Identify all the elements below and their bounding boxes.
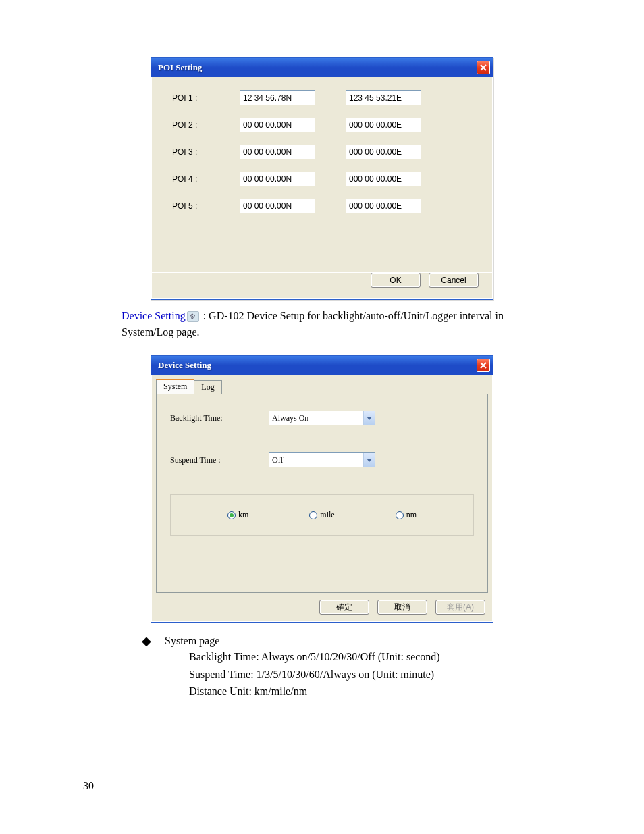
poi-row: POI 4 : (172, 172, 479, 186)
bullet-sub: Backlight Time: Always on/5/10/20/30/Off… (189, 648, 522, 666)
poi-title: POI Setting (158, 62, 202, 73)
device-setting-description: Device Setting⚙ : GD-102 Device Setup fo… (122, 308, 522, 340)
bullet-heading: System page (165, 635, 219, 647)
bullet-sublines: Backlight Time: Always on/5/10/20/30/Off… (189, 648, 522, 700)
diamond-icon: ◆ (142, 635, 151, 647)
poi-row: POI 2 : (172, 118, 479, 132)
radio-mile-label: mile (320, 510, 334, 520)
poi-footer: OK Cancel (151, 273, 493, 299)
cancel-button[interactable]: 取消 (377, 600, 427, 615)
tabs-area: System Log Backlight Time: Always On Sus… (151, 375, 493, 593)
poi-lat-input[interactable] (240, 118, 315, 132)
poi-lat-input[interactable] (240, 145, 315, 159)
gear-icon: ⚙ (187, 311, 199, 322)
suspend-dropdown[interactable]: Off (269, 452, 375, 467)
poi-row: POI 5 : (172, 199, 479, 213)
radio-mile[interactable]: mile (309, 510, 334, 520)
poi-lon-input[interactable] (346, 199, 421, 213)
poi-body: POI 1 : POI 2 : POI 3 : POI 4 : POI 5 : (151, 77, 493, 273)
page-number: 30 (83, 780, 94, 792)
tab-panel-system: Backlight Time: Always On Suspend Time :… (156, 394, 488, 593)
backlight-label: Backlight Time: (170, 413, 269, 423)
poi-lat-input[interactable] (240, 199, 315, 213)
poi-lon-input[interactable] (346, 118, 421, 132)
poi-titlebar: POI Setting (151, 58, 493, 77)
tab-system[interactable]: System (156, 379, 194, 394)
chevron-down-icon (363, 453, 375, 467)
backlight-value: Always On (272, 413, 308, 423)
poi-setting-dialog: POI Setting POI 1 : POI 2 : POI 3 : (151, 57, 493, 300)
distance-unit-group: km mile nm (170, 494, 474, 536)
close-icon[interactable] (477, 61, 490, 74)
device-setting-dialog: Device Setting System Log Backlight Time… (151, 355, 493, 623)
cancel-button[interactable]: Cancel (429, 273, 479, 288)
radio-nm[interactable]: nm (396, 510, 417, 520)
backlight-dropdown[interactable]: Always On (269, 411, 375, 425)
device-title: Device Setting (158, 360, 211, 371)
suspend-label: Suspend Time : (170, 455, 269, 465)
poi-label: POI 1 : (172, 93, 240, 103)
device-titlebar: Device Setting (151, 356, 493, 375)
poi-row: POI 3 : (172, 145, 479, 159)
chevron-down-icon (363, 411, 375, 425)
poi-lat-input[interactable] (240, 90, 315, 105)
tab-log[interactable]: Log (194, 380, 221, 394)
system-page-bullet: ◆ System page Backlight Time: Always on/… (142, 635, 522, 700)
radio-icon (227, 511, 236, 519)
poi-lat-input[interactable] (240, 172, 315, 186)
poi-label: POI 2 : (172, 120, 240, 130)
bullet-line: ◆ System page (142, 635, 522, 647)
poi-lon-input[interactable] (346, 90, 421, 105)
poi-label: POI 4 : (172, 174, 240, 184)
poi-lon-input[interactable] (346, 145, 421, 159)
apply-button: 套用(A) (435, 600, 485, 615)
ok-button[interactable]: OK (371, 273, 421, 288)
poi-row: POI 1 : (172, 90, 479, 105)
poi-label: POI 5 : (172, 201, 240, 211)
device-setting-link: Device Setting (122, 310, 186, 321)
poi-lon-input[interactable] (346, 172, 421, 186)
radio-icon (309, 511, 317, 519)
tab-strip: System Log (156, 379, 488, 394)
suspend-row: Suspend Time : Off (170, 452, 474, 467)
radio-nm-label: nm (406, 510, 417, 520)
poi-label: POI 3 : (172, 147, 240, 157)
close-icon[interactable] (477, 359, 490, 372)
radio-icon (396, 511, 404, 519)
radio-km[interactable]: km (227, 510, 248, 520)
bullet-sub: Distance Unit: km/mile/nm (189, 683, 522, 700)
radio-km-label: km (238, 510, 248, 520)
confirm-button[interactable]: 確定 (319, 600, 369, 615)
bullet-sub: Suspend Time: 1/3/5/10/30/60/Always on (… (189, 666, 522, 683)
backlight-row: Backlight Time: Always On (170, 411, 474, 425)
device-footer: 確定 取消 套用(A) (151, 593, 493, 622)
suspend-value: Off (272, 455, 283, 465)
